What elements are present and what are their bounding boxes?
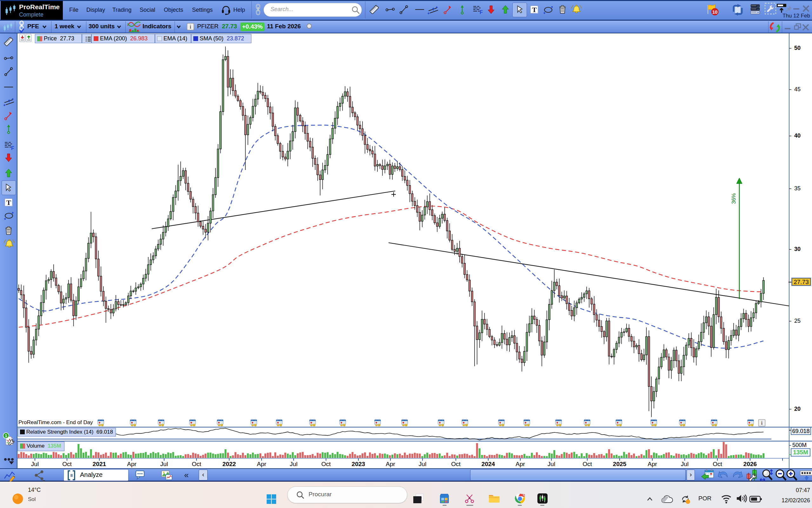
svg-text:F: F xyxy=(480,9,483,15)
svg-text:R: R xyxy=(523,494,525,496)
svg-text:i: i xyxy=(761,420,763,426)
svg-text:36%: 36% xyxy=(731,193,737,204)
svg-text:T: T xyxy=(6,199,11,207)
svg-text:1: 1 xyxy=(5,433,7,438)
svg-text:T: T xyxy=(532,6,537,14)
svg-text:i: i xyxy=(190,24,191,30)
svg-text:F: F xyxy=(11,145,14,151)
svg-text:10: 10 xyxy=(712,9,718,14)
